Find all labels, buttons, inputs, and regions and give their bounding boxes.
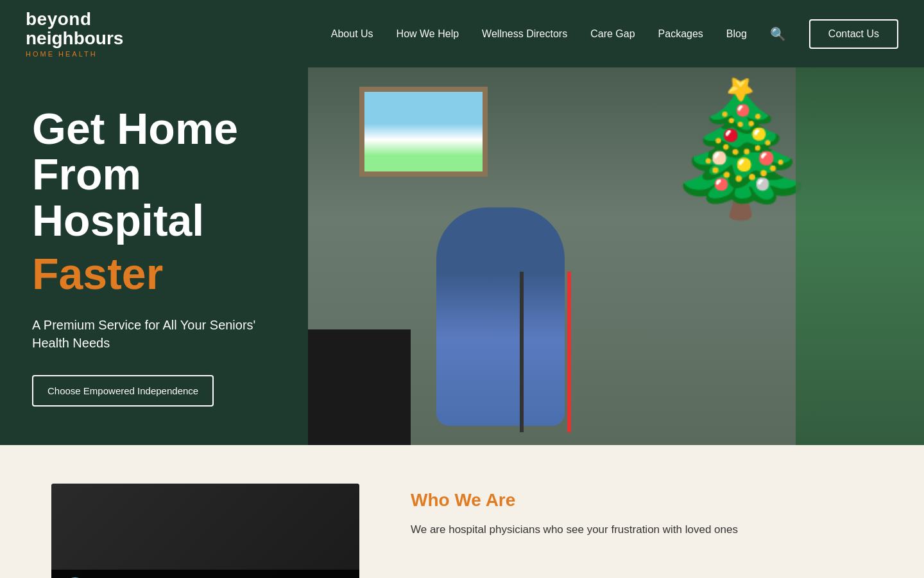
hero-headline: Get Home From Hospital <box>32 106 276 243</box>
hero-section: Get Home From Hospital Faster A Premium … <box>0 67 924 445</box>
hero-title-line2: From <box>32 150 141 198</box>
nav-wellness-directors[interactable]: Wellness Directors <box>482 28 567 40</box>
video-bg <box>51 484 359 578</box>
hero-title-line3: Hospital <box>32 196 204 245</box>
logo[interactable]: beyond neighbours HOME HEALTH <box>26 10 123 58</box>
main-nav: About Us How We Help Wellness Directors … <box>331 19 898 49</box>
video-thumbnail[interactable]: 😊 Beyond Neighbours - Promo Video - 4K V… <box>51 484 359 578</box>
contact-us-button[interactable]: Contact Us <box>809 19 898 49</box>
logo-line1: beyond <box>26 10 123 30</box>
hero-photo <box>308 67 924 445</box>
caregiver-silhouette <box>796 67 924 445</box>
hero-subtitle: A Premium Service for All Your Seniors' … <box>32 316 263 352</box>
nav-care-gap[interactable]: Care Gap <box>590 28 635 40</box>
logo-line2: neighbours <box>26 29 123 49</box>
who-we-are-text: We are hospital physicians who see your … <box>411 521 873 538</box>
hero-title-line1: Get Home <box>32 104 238 153</box>
nav-about-us[interactable]: About Us <box>331 28 373 40</box>
scene-bg <box>308 67 924 445</box>
who-we-are-heading: Who We Are <box>411 490 873 511</box>
nav-how-we-help[interactable]: How We Help <box>397 28 459 40</box>
search-icon[interactable]: 🔍 <box>770 26 786 42</box>
nav-blog[interactable]: Blog <box>726 28 747 40</box>
wall-painting <box>359 87 488 177</box>
video-block: 😊 Beyond Neighbours - Promo Video - 4K V… <box>51 484 359 578</box>
hero-accent-word: Faster <box>32 250 276 298</box>
walker-device <box>520 272 571 432</box>
hero-cta-button[interactable]: Choose Empowered Independence <box>32 375 214 407</box>
who-we-are-block: Who We Are We are hospital physicians wh… <box>411 484 873 538</box>
nav-packages[interactable]: Packages <box>658 28 703 40</box>
header: beyond neighbours HOME HEALTH About Us H… <box>0 0 924 67</box>
hero-image <box>308 67 924 445</box>
bookshelf <box>308 329 411 445</box>
hero-text-block: Get Home From Hospital Faster A Premium … <box>0 67 308 445</box>
painting-inner <box>364 92 483 171</box>
below-fold-section: 😊 Beyond Neighbours - Promo Video - 4K V… <box>0 445 924 578</box>
logo-tagline: HOME HEALTH <box>26 50 123 58</box>
video-info-bar: 😊 Beyond Neighbours - Promo Video - 4K V… <box>51 570 359 578</box>
